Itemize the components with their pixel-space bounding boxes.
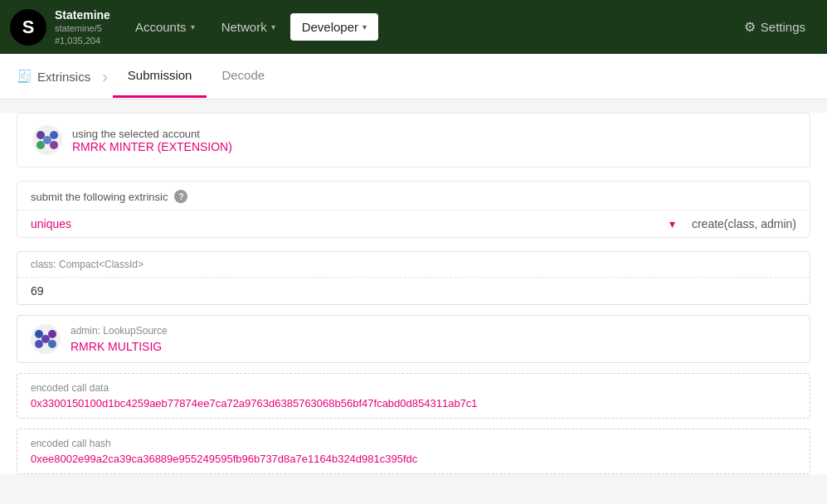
svg-point-1 bbox=[36, 131, 45, 139]
developer-label: Developer bbox=[302, 20, 358, 34]
svg-point-9 bbox=[35, 340, 43, 348]
class-param-value[interactable]: 69 bbox=[17, 278, 810, 304]
admin-row: admin: LookupSource RMRK MULTISIG bbox=[17, 316, 810, 362]
svg-point-8 bbox=[48, 330, 56, 338]
submit-label: submit the following extrinsic bbox=[31, 191, 168, 203]
nav-network[interactable]: Network ▾ bbox=[210, 13, 287, 41]
nav-settings[interactable]: ⚙ Settings bbox=[732, 12, 817, 41]
sub-navigation: 🧾 Extrinsics › Submission Decode bbox=[0, 54, 827, 99]
brand-sub2: #1,035,204 bbox=[55, 35, 110, 46]
settings-label: Settings bbox=[761, 20, 805, 34]
svg-point-7 bbox=[35, 330, 43, 338]
dropdown-icon: ▾ bbox=[669, 217, 675, 230]
network-chevron: ▾ bbox=[271, 22, 275, 32]
brand[interactable]: S Statemine statemine/5 #1,035,204 bbox=[10, 7, 110, 46]
accounts-label: Accounts bbox=[135, 20, 187, 34]
admin-param-card: admin: LookupSource RMRK MULTISIG bbox=[17, 315, 810, 363]
class-param-card: class: Compact<ClassId> 69 bbox=[17, 251, 810, 305]
subnav-section-label: Extrinsics bbox=[37, 70, 90, 84]
encoded-data-card: encoded call data 0x3300150100d1bc4259ae… bbox=[17, 373, 810, 419]
brand-logo: S bbox=[10, 9, 46, 46]
class-param-header: class: Compact<ClassId> bbox=[17, 252, 810, 278]
main-content: using the selected account RMRK MINTER (… bbox=[0, 113, 827, 474]
svg-point-3 bbox=[36, 141, 45, 149]
encoded-hash-value: 0xee8002e99a2ca39ca36889e955249595fb96b7… bbox=[31, 453, 796, 465]
extrinsics-icon: 🧾 bbox=[17, 69, 32, 84]
breadcrumb-separator: › bbox=[102, 67, 108, 86]
developer-chevron: ▾ bbox=[362, 22, 367, 32]
account-info: using the selected account RMRK MINTER (… bbox=[72, 128, 232, 153]
network-label: Network bbox=[221, 20, 267, 34]
account-avatar bbox=[32, 125, 62, 155]
encoded-hash-card: encoded call hash 0xee8002e99a2ca39ca368… bbox=[17, 429, 810, 474]
brand-name: Statemine bbox=[55, 7, 110, 22]
accounts-chevron: ▾ bbox=[191, 22, 195, 32]
module-label: uniques bbox=[31, 217, 71, 230]
svg-point-10 bbox=[48, 340, 56, 348]
method-display: create(class, admin) bbox=[675, 217, 796, 230]
nav-developer[interactable]: Developer ▾ bbox=[290, 13, 378, 41]
admin-info: admin: LookupSource RMRK MULTISIG bbox=[71, 325, 168, 353]
brand-text: Statemine statemine/5 #1,035,204 bbox=[55, 7, 110, 46]
extrinsic-section: submit the following extrinsic ? uniques… bbox=[17, 181, 810, 238]
svg-point-5 bbox=[43, 136, 51, 144]
account-card: using the selected account RMRK MINTER (… bbox=[17, 113, 810, 167]
admin-avatar bbox=[31, 324, 61, 354]
admin-name: RMRK MULTISIG bbox=[71, 340, 162, 353]
tab-decode[interactable]: Decode bbox=[207, 55, 280, 98]
extrinsic-row: uniques ▾ create(class, admin) bbox=[17, 211, 810, 237]
svg-point-2 bbox=[50, 131, 58, 139]
gear-icon: ⚙ bbox=[744, 19, 756, 35]
encoded-hash-label: encoded call hash bbox=[31, 438, 796, 449]
nav-accounts[interactable]: Accounts ▾ bbox=[124, 13, 207, 41]
svg-point-11 bbox=[41, 335, 50, 343]
svg-point-4 bbox=[50, 141, 58, 149]
encoded-data-value: 0x3300150100d1bc4259aeb77874ee7ca72a9763… bbox=[31, 397, 796, 410]
extrinsic-header: submit the following extrinsic ? bbox=[17, 182, 810, 211]
top-navigation: S Statemine statemine/5 #1,035,204 Accou… bbox=[0, 0, 827, 54]
module-select[interactable]: uniques ▾ bbox=[31, 217, 675, 230]
admin-label: admin: LookupSource bbox=[71, 325, 168, 337]
account-name: RMRK MINTER (EXTENSION) bbox=[72, 140, 232, 153]
brand-sub1: statemine/5 bbox=[55, 22, 110, 34]
account-label: using the selected account bbox=[72, 128, 232, 140]
subnav-tabs: Submission Decode bbox=[113, 55, 280, 98]
account-row: using the selected account RMRK MINTER (… bbox=[17, 114, 810, 167]
help-icon[interactable]: ? bbox=[174, 190, 187, 203]
tab-submission[interactable]: Submission bbox=[113, 55, 207, 98]
encoded-data-label: encoded call data bbox=[31, 382, 796, 394]
subnav-section: 🧾 Extrinsics bbox=[17, 69, 90, 84]
